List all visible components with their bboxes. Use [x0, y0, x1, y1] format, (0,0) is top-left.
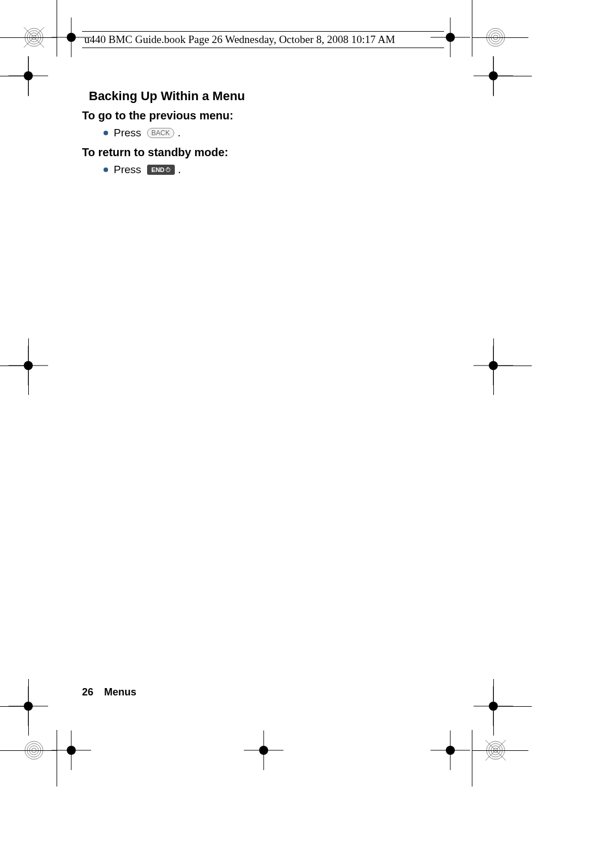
guide-line — [0, 750, 57, 751]
guide-line — [498, 76, 532, 76]
guide-line — [0, 706, 24, 707]
page-header: u440 BMC Guide.book Page 26 Wednesday, O… — [82, 31, 444, 48]
crosshair-bottom-right-inner — [446, 746, 455, 755]
guide-line — [28, 57, 29, 96]
subsection-heading-2: To return to standby mode: — [82, 146, 444, 159]
crosshair-top-right — [446, 33, 455, 42]
guide-line — [57, 730, 57, 787]
period: . — [178, 164, 181, 176]
period: . — [178, 127, 180, 139]
guide-line — [0, 76, 24, 76]
press-label: Press — [114, 164, 141, 176]
end-key-icon: END — [147, 165, 175, 175]
crosshair-bottom-left-inner — [67, 746, 76, 755]
guide-line — [472, 0, 472, 57]
guide-line — [28, 679, 29, 736]
guide-line — [493, 338, 494, 395]
guide-line — [498, 706, 532, 707]
subsection-heading-1: To go to the previous menu: — [82, 109, 444, 122]
guide-line — [28, 338, 29, 395]
bullet-icon — [104, 167, 108, 172]
guide-line — [0, 37, 57, 38]
section-heading: Backing Up Within a Menu — [89, 89, 444, 104]
guide-line — [472, 37, 528, 38]
guide-line — [493, 57, 494, 96]
chapter-name: Menus — [104, 686, 136, 698]
press-label: Press — [114, 127, 141, 139]
crosshair-bottom-center — [259, 746, 268, 755]
crosshair-top-left — [67, 33, 76, 42]
bullet-icon — [104, 131, 108, 135]
guide-line — [498, 366, 532, 366]
power-icon — [166, 167, 170, 172]
end-key-label: END — [152, 166, 165, 173]
guide-line — [472, 730, 472, 787]
guide-line — [472, 750, 528, 751]
guide-line — [0, 366, 24, 366]
instruction-item: Press BACK . — [104, 127, 444, 139]
guide-line — [57, 0, 57, 57]
back-key-icon: BACK — [147, 128, 175, 138]
page-footer: 26 Menus — [82, 686, 136, 698]
guide-line — [493, 679, 494, 736]
page-number: 26 — [82, 686, 93, 698]
instruction-item: Press END . — [104, 164, 444, 176]
header-text: u440 BMC Guide.book Page 26 Wednesday, O… — [84, 33, 395, 45]
